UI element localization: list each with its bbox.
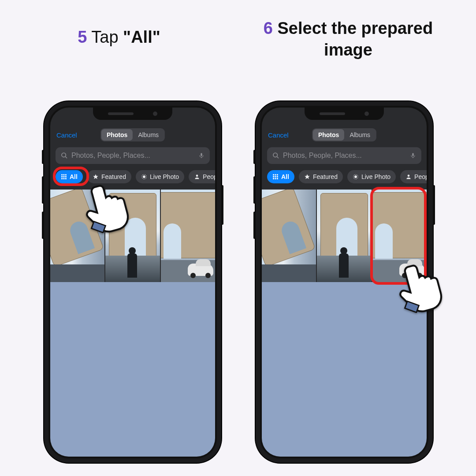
chip-live-label: Live Photo — [361, 173, 390, 180]
photo-thumbnail[interactable] — [262, 190, 316, 282]
phone-side-button — [42, 212, 44, 239]
chip-people[interactable]: People — [400, 170, 427, 183]
cancel-button[interactable]: Cancel — [268, 131, 289, 139]
speaker-slot — [320, 112, 345, 115]
pointer-hand-icon — [79, 171, 141, 233]
search-icon — [61, 152, 68, 159]
svg-point-34 — [408, 175, 410, 177]
cancel-button[interactable]: Cancel — [56, 131, 77, 139]
step-6-caption: 6 Select the prepared image — [256, 18, 441, 61]
picker-segment: Photos Albums — [312, 128, 376, 141]
photo-grid-placeholder — [50, 282, 215, 457]
search-input[interactable]: Photos, People, Places... — [56, 147, 210, 164]
step-6-number: 6 — [264, 19, 273, 37]
phone-screen: Cancel Photos Albums Photos, People, Pla… — [50, 108, 215, 457]
svg-rect-5 — [63, 174, 65, 175]
live-photo-icon — [353, 174, 359, 180]
step-5-pre: Tap — [87, 28, 123, 46]
grid-icon — [61, 174, 67, 180]
svg-rect-22 — [273, 174, 274, 175]
phone-mockup-step5: Cancel Photos Albums Photos, People, Pla… — [44, 101, 221, 463]
chip-live-photo[interactable]: Live Photo — [136, 170, 184, 183]
svg-rect-24 — [277, 174, 278, 175]
chip-all[interactable]: All — [267, 170, 294, 183]
grid-icon — [272, 174, 279, 180]
chip-people[interactable]: People — [189, 170, 215, 183]
picker-segment: Photos Albums — [100, 128, 165, 141]
person-icon — [194, 174, 200, 180]
pointer-hand-icon — [392, 251, 454, 313]
svg-point-0 — [62, 153, 66, 157]
segment-photos[interactable]: Photos — [101, 129, 133, 141]
svg-rect-10 — [61, 178, 63, 179]
segment-albums[interactable]: Albums — [133, 129, 164, 141]
svg-rect-11 — [63, 178, 65, 179]
filter-chip-row: All Featured Live Photo People — [267, 169, 427, 184]
chip-live-photo[interactable]: Live Photo — [347, 170, 396, 183]
svg-point-18 — [273, 153, 277, 157]
phone-side-button — [221, 185, 223, 225]
search-placeholder: Photos, People, Places... — [71, 152, 150, 160]
phone-side-button — [253, 212, 256, 239]
svg-point-32 — [355, 176, 357, 178]
search-input[interactable]: Photos, People, Places... — [267, 147, 421, 164]
svg-rect-28 — [273, 178, 274, 179]
svg-rect-12 — [65, 178, 67, 179]
search-icon — [272, 152, 279, 159]
phone-side-button — [433, 185, 435, 225]
chip-all-label: All — [70, 173, 78, 180]
svg-rect-30 — [277, 178, 278, 179]
svg-rect-20 — [412, 153, 414, 156]
step-5-caption: 5 Tap "All" — [53, 26, 185, 48]
svg-rect-4 — [61, 174, 63, 175]
front-camera — [364, 112, 369, 116]
svg-rect-25 — [273, 176, 274, 178]
live-photo-icon — [141, 174, 147, 180]
step-5-quote-close: " — [152, 28, 160, 46]
svg-line-1 — [65, 156, 67, 158]
phone-side-button — [42, 176, 44, 204]
picker-topbar: Cancel Photos Albums — [50, 126, 215, 144]
svg-point-14 — [143, 176, 145, 178]
phone-mockup-step6: Cancel Photos Albums Photos, People, Pla… — [256, 101, 433, 463]
photo-thumbnail[interactable] — [161, 190, 215, 282]
step-5-bold: All — [131, 28, 152, 46]
svg-rect-6 — [65, 174, 67, 175]
phone-side-button — [253, 176, 256, 204]
front-camera — [153, 112, 157, 116]
chip-live-label: Live Photo — [150, 173, 179, 180]
chip-featured[interactable]: Featured — [299, 170, 343, 183]
speaker-slot — [108, 112, 134, 115]
chip-all-label: All — [281, 173, 289, 180]
step-5-number: 5 — [78, 28, 87, 46]
svg-line-19 — [277, 156, 279, 158]
svg-rect-7 — [61, 176, 63, 178]
svg-rect-9 — [65, 176, 67, 178]
phone-notch — [93, 108, 172, 120]
step-6-text: Select the prepared image — [273, 19, 433, 59]
picker-topbar: Cancel Photos Albums — [262, 126, 427, 144]
svg-rect-29 — [275, 178, 276, 179]
chip-people-label: People — [414, 173, 427, 180]
mic-icon[interactable] — [198, 152, 205, 160]
mic-icon[interactable] — [410, 152, 416, 160]
star-icon — [304, 174, 310, 180]
svg-point-16 — [196, 175, 198, 177]
svg-marker-31 — [305, 174, 310, 179]
step-5-quote-open: " — [123, 28, 131, 46]
svg-rect-27 — [277, 176, 278, 178]
person-icon — [405, 174, 412, 180]
chip-people-label: People — [203, 173, 215, 180]
chip-featured-label: Featured — [313, 173, 338, 180]
segment-photos[interactable]: Photos — [313, 129, 344, 141]
svg-rect-2 — [201, 153, 202, 156]
search-placeholder: Photos, People, Places... — [283, 152, 362, 160]
phone-notch — [305, 108, 384, 120]
phone-side-button — [42, 150, 44, 164]
svg-rect-8 — [63, 176, 65, 178]
photo-grid — [262, 190, 427, 457]
svg-rect-23 — [275, 174, 276, 175]
segment-albums[interactable]: Albums — [344, 129, 376, 141]
phone-side-button — [253, 150, 256, 164]
photo-thumbnail[interactable] — [317, 190, 371, 282]
